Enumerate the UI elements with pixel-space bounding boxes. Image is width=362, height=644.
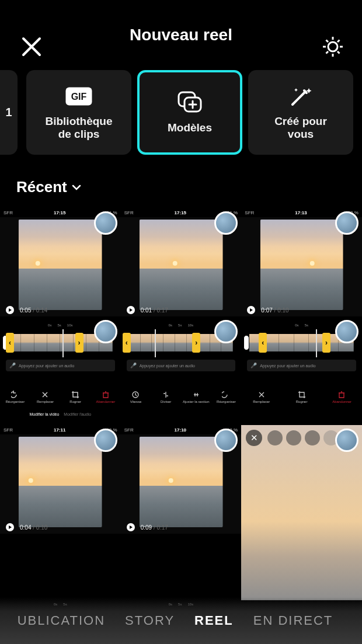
thumb-duration: 0:09 / 0:17	[141, 524, 168, 531]
selection-circle[interactable]	[94, 429, 117, 452]
settings-button[interactable]	[321, 35, 344, 58]
play-icon	[247, 306, 255, 314]
thumb-duration: 0:01 / 0:17	[141, 307, 168, 314]
page-title: Nouveau reel	[130, 26, 232, 44]
category-row: 1 GIF Bibliothèque de clips Modèles Créé…	[0, 70, 362, 161]
media-grid: SFR17:1581 % 0:05 / 0:14 SFR17:1581 % 0:…	[0, 208, 362, 635]
thumb-duration: 0:04 / 0:10	[20, 524, 47, 531]
selection-circle[interactable]	[94, 320, 117, 343]
selection-circle[interactable]	[335, 429, 358, 452]
play-icon	[127, 306, 135, 314]
tab-publication[interactable]: UBLICATION	[18, 613, 105, 628]
media-thumbnail[interactable]: SFR17:1581 % 0:05 / 0:14	[0, 208, 121, 316]
chevron-down-icon	[72, 183, 81, 192]
album-picker[interactable]: Récent	[0, 161, 362, 208]
media-thumbnail[interactable]: SFR17:1581 % 0:01 / 0:17	[121, 208, 242, 316]
category-label: Modèles	[168, 121, 212, 134]
gif-icon: GIF	[65, 85, 93, 108]
category-stub-label: 1	[5, 106, 12, 119]
category-clip-library[interactable]: GIF Bibliothèque de clips	[26, 70, 131, 155]
media-thumbnail[interactable]: SFR17:1183 % 0:04 / 0:10	[0, 425, 121, 534]
gear-icon	[321, 35, 344, 58]
category-prev-stub[interactable]: 1	[0, 70, 18, 155]
selection-circle[interactable]	[214, 320, 238, 343]
category-label: Bibliothèque de clips	[45, 115, 112, 141]
play-icon	[127, 523, 135, 531]
selection-circle[interactable]	[214, 211, 238, 235]
album-picker-label: Récent	[16, 178, 67, 196]
media-thumbnail[interactable]: SFR17:1383 % 0:07 / 0:10	[241, 208, 362, 316]
svg-point-0	[328, 42, 337, 51]
templates-icon	[177, 91, 203, 114]
selection-circle[interactable]	[335, 320, 358, 343]
category-templates[interactable]: Modèles	[137, 70, 242, 155]
selection-circle[interactable]	[94, 211, 117, 235]
media-thumbnail[interactable]: 0s5s10s ‹› 🎤Appuyez pour ajouter un audi…	[0, 316, 121, 425]
media-thumbnail[interactable]: 0s5s10s ‹› 🎤Appuyez pour ajouter un audi…	[121, 316, 242, 425]
tab-direct[interactable]: EN DIRECT	[253, 613, 333, 628]
media-thumbnail[interactable]: SFR17:1083 % 0:09 / 0:17	[121, 425, 242, 534]
tab-reel[interactable]: REEL	[194, 613, 234, 628]
play-icon	[6, 306, 14, 314]
effects-icon	[305, 430, 320, 445]
category-label: Créé pour vous	[274, 115, 327, 141]
thumb-duration: 0:07 / 0:10	[261, 307, 288, 314]
mic-icon: 🎤	[250, 363, 257, 368]
music-icon	[286, 430, 301, 445]
play-icon	[6, 523, 14, 531]
media-thumbnail[interactable]: ✕	[241, 425, 362, 600]
close-icon	[20, 35, 43, 58]
svg-text:GIF: GIF	[71, 92, 87, 102]
mic-icon: 🎤	[130, 363, 137, 368]
download-icon	[267, 430, 283, 445]
bottom-mode-tabs: UBLICATION STORY REEL EN DIRECT	[0, 597, 362, 644]
tab-story[interactable]: STORY	[125, 613, 175, 628]
magic-wand-icon	[288, 85, 314, 108]
selection-circle[interactable]	[335, 211, 358, 235]
selection-circle[interactable]	[214, 429, 238, 452]
header-bar: Nouveau reel	[0, 0, 362, 70]
media-thumbnail[interactable]: 0s5s ‹› 🎤Appuyez pour ajouter un audio R…	[241, 316, 362, 425]
close-button[interactable]	[20, 35, 43, 58]
mic-icon: 🎤	[9, 363, 16, 368]
close-editor-icon: ✕	[246, 430, 262, 446]
thumb-duration: 0:05 / 0:14	[20, 307, 47, 314]
category-created-for-you[interactable]: Créé pour vous	[248, 70, 353, 155]
